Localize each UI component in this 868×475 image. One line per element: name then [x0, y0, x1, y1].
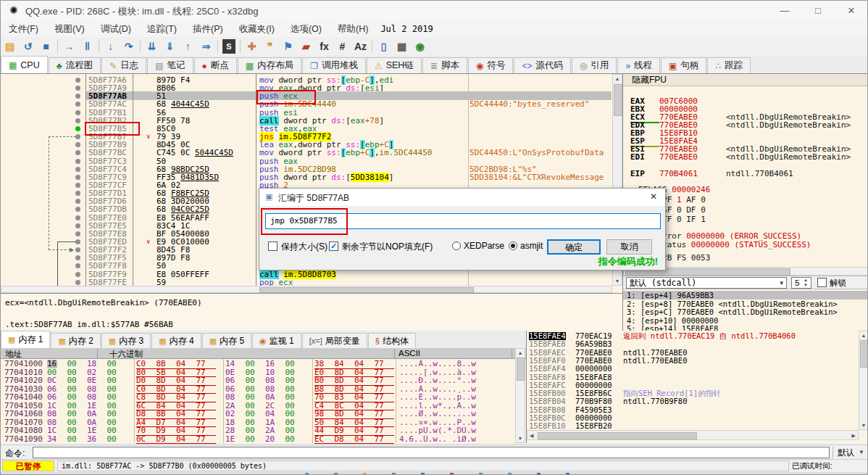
- run-icon[interactable]: →: [60, 39, 78, 54]
- tab-引用[interactable]: ◎引用: [572, 57, 617, 73]
- dump-panel[interactable]: ▦内存 1▦内存 2▦内存 3▦内存 4▦内存 5◉监视 1[x=]局部变量§结…: [1, 331, 526, 443]
- cancel-button[interactable]: 取消: [606, 239, 652, 255]
- dump-row[interactable]: 7704106008000A00D88B047702000400988D0477…: [1, 410, 515, 418]
- dump-col-ascii[interactable]: ASCII: [398, 349, 420, 358]
- disasm-row[interactable]: 5D8F77BCC745 0C 5044C45Dmov dword ptr ss…: [1, 149, 622, 157]
- tab-脚本[interactable]: ≣脚本: [422, 57, 467, 73]
- menu-item-文件F[interactable]: 文件(F): [1, 21, 46, 37]
- dump-vscrollbar[interactable]: ▲▼: [515, 348, 525, 443]
- dump-tab-内存 3[interactable]: ▦内存 3: [101, 333, 151, 348]
- argument-row[interactable]: 3: [esp+C] 770EABE0 <ntdll.DbgUiRemoteBr…: [623, 307, 868, 316]
- tab-流程图[interactable]: ♣流程图: [49, 57, 101, 73]
- xedparse-radio[interactable]: [452, 241, 461, 250]
- menu-item-插件P[interactable]: 插件(P): [185, 21, 231, 37]
- hash-icon[interactable]: #: [333, 39, 351, 54]
- device-icon[interactable]: ▯: [375, 39, 393, 54]
- restart-icon[interactable]: ↺: [19, 39, 37, 54]
- dump-row[interactable]: 77041090340036000CD904771E002000ECD80477…: [1, 435, 515, 444]
- menu-item-视图V[interactable]: 视图(V): [46, 21, 93, 37]
- stack-row[interactable]: 15E8FAF400000000: [527, 365, 859, 373]
- calling-convention-select[interactable]: ▼ 默认 (stdcall): [626, 277, 787, 289]
- dump-col-address[interactable]: 地址: [5, 349, 22, 360]
- step-out-icon[interactable]: ↑: [179, 39, 197, 54]
- step-over-icon[interactable]: ↷: [120, 39, 138, 54]
- menu-item-选项O[interactable]: 选项(O): [283, 21, 330, 37]
- pause-icon[interactable]: ‖: [78, 39, 96, 54]
- maximize-button[interactable]: □: [804, 4, 832, 18]
- command-mode-select[interactable]: 默认 ▼: [832, 447, 867, 458]
- tab-SEH链[interactable]: ⚠SEH链: [367, 57, 422, 73]
- skip-icon[interactable]: S: [222, 39, 235, 54]
- run-to-user-icon[interactable]: ⇒: [197, 39, 215, 54]
- dump-tab-监视 1[interactable]: ◉监视 1: [252, 333, 301, 348]
- dump-tab-内存 5[interactable]: ▦内存 5: [202, 333, 251, 348]
- stack-panel[interactable]: 15E8FAE4770EAC19返回到 ntdll.770EAC19 自 ntd…: [526, 331, 868, 443]
- command-input[interactable]: [33, 447, 830, 458]
- stack-hscrollbar[interactable]: ◀ ▶: [527, 430, 859, 440]
- unlock-checkbox[interactable]: [817, 278, 827, 287]
- ok-button[interactable]: 确定: [547, 239, 601, 255]
- tab-线程[interactable]: »线程: [617, 57, 660, 73]
- register-row[interactable]: EDI770EABE0<ntdll.DbgUiRemoteBreakin>: [630, 149, 851, 162]
- tab-句柄[interactable]: ▣句柄: [661, 57, 706, 73]
- dump-tab-内存 4[interactable]: ▦内存 4: [151, 333, 201, 348]
- dialog-title-bar[interactable]: ▣ 汇编于 5D8F77AB ✕: [259, 189, 665, 206]
- disasm-hscrollbar[interactable]: [1, 286, 612, 293]
- dump-row[interactable]: 770410501C001E006C8404772A002C00C48C0477…: [1, 402, 515, 410]
- argument-row[interactable]: 1: [esp+4] 96A59BB3: [623, 291, 868, 300]
- nop-fill-checkbox[interactable]: ✓: [329, 241, 338, 251]
- stop-icon[interactable]: ■: [37, 39, 55, 54]
- bookmark-icon[interactable]: ▰: [297, 39, 315, 54]
- minimize-button[interactable]: —: [770, 4, 799, 18]
- dump-tab-局部变量[interactable]: [x=]局部变量: [302, 333, 367, 348]
- hide-fpu-button[interactable]: 隐藏FPU: [623, 74, 868, 86]
- trace-into-icon[interactable]: ⇊: [143, 39, 161, 54]
- dump-tab-结构体[interactable]: §结构体: [368, 333, 416, 348]
- strings-icon[interactable]: Az: [351, 39, 370, 54]
- arg-count-stepper[interactable]: ▲▼ 5: [791, 277, 811, 289]
- stack-row[interactable]: 15E8FB04770B9F80ntdll.770B9F80: [527, 397, 859, 405]
- argument-row[interactable]: 4: [esp+10] 00000000: [623, 316, 868, 325]
- tab-CPU[interactable]: ▦CPU: [1, 56, 48, 73]
- dump-row[interactable]: 770410200C000E00D08D047706000800B08D0477…: [1, 376, 515, 385]
- dump-row[interactable]: 7704101000000200805B04770E001000E08D0477…: [1, 368, 515, 377]
- dump-row[interactable]: 7704100016001800C08B04771400160038840477…: [1, 360, 515, 368]
- menu-item-帮助H[interactable]: 帮助(H): [330, 21, 376, 37]
- tab-源代码[interactable]: <>源代码: [514, 57, 571, 73]
- dialog-close-icon[interactable]: ✕: [645, 191, 662, 203]
- stack-row[interactable]: 15E8FB1015E8FB20: [527, 422, 859, 430]
- dump-col-hex[interactable]: 十六进制: [109, 349, 143, 360]
- step-into-icon[interactable]: ↓: [101, 39, 120, 54]
- register-row-eip[interactable]: EIP770B4061ntdll.770B4061: [630, 165, 793, 179]
- tab-断点[interactable]: ●断点: [194, 57, 237, 73]
- label-icon[interactable]: ⚑: [279, 39, 297, 54]
- dump-row[interactable]: 7704104006000800C88D047708000A0070830477…: [1, 393, 515, 402]
- tab-日志[interactable]: ✎日志: [101, 57, 146, 73]
- dump-row[interactable]: 770410801C001E0070D9047728002A0044D90477…: [1, 426, 515, 435]
- tab-符号[interactable]: ◉符号: [468, 57, 513, 73]
- comment-icon[interactable]: ❞: [261, 39, 279, 54]
- dump-row[interactable]: 7704103006000800C08D047706000800B88D0477…: [1, 385, 515, 394]
- close-button[interactable]: ✕: [837, 4, 866, 18]
- menu-item-追踪T[interactable]: 追踪(T): [139, 21, 185, 37]
- dump-row[interactable]: 7704107008000A00A4D7047718001A0050840477…: [1, 418, 515, 427]
- patch-icon[interactable]: ✚: [243, 39, 261, 54]
- stack-row[interactable]: 15E8FAE896A59BB3: [527, 340, 859, 348]
- globe-icon[interactable]: ◉: [411, 39, 429, 54]
- menu-item-调试D[interactable]: 调试(D): [93, 21, 139, 37]
- asmjit-radio[interactable]: [509, 241, 517, 250]
- trace-over-icon[interactable]: ⇓: [161, 39, 179, 54]
- dump-tab-内存 2[interactable]: ▦内存 2: [51, 333, 100, 348]
- tab-跟踪[interactable]: ∴跟踪: [707, 57, 751, 73]
- calculator-icon[interactable]: ▦: [393, 39, 411, 54]
- tab-调用堆栈[interactable]: ❐调用堆栈: [302, 57, 366, 73]
- menu-item-收藏夹I[interactable]: 收藏夹(I): [231, 21, 283, 37]
- tab-内存布局[interactable]: ▦内存布局: [238, 57, 301, 73]
- stack-vscrollbar[interactable]: ▲▼: [859, 331, 868, 430]
- tab-笔记[interactable]: ▤笔记: [147, 57, 193, 73]
- dump-tab-内存 1[interactable]: ▦内存 1: [1, 331, 50, 348]
- argument-row[interactable]: 2: [esp+8] 770EABE0 <ntdll.DbgUiRemoteBr…: [623, 300, 868, 308]
- function-icon[interactable]: fx: [315, 39, 333, 54]
- keep-size-checkbox[interactable]: [268, 241, 277, 251]
- open-file-icon[interactable]: ▤: [1, 39, 19, 54]
